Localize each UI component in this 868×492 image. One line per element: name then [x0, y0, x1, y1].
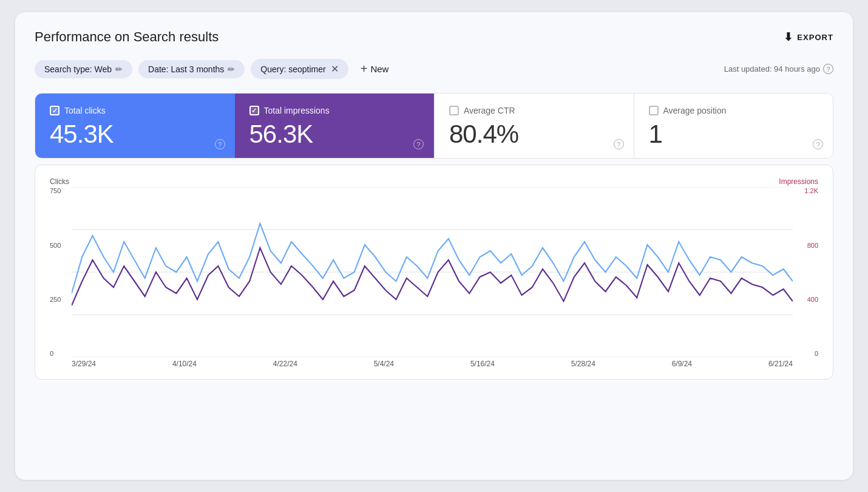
export-label: EXPORT [797, 33, 833, 42]
date-label: Date: Last 3 months [148, 64, 224, 74]
plus-icon: + [361, 62, 368, 76]
export-button[interactable]: ⬇ EXPORT [784, 30, 833, 44]
y-tick-left-500: 500 [50, 242, 68, 249]
metric-total-impressions[interactable]: Total impressions 56.3K ? [235, 94, 435, 158]
metric-checkbox-clicks[interactable] [50, 106, 59, 115]
metric-average-position[interactable]: Average position 1 ? [634, 94, 833, 158]
metric-average-ctr[interactable]: Average CTR 80.4% ? [434, 94, 634, 158]
y-tick-right-400: 400 [796, 296, 818, 303]
last-updated-help-icon[interactable]: ? [823, 64, 833, 74]
metric-label-position: Average position [663, 106, 727, 115]
metric-value-ctr: 80.4% [449, 120, 619, 148]
y-tick-left-0: 0 [50, 350, 68, 357]
x-label-4: 5/4/24 [374, 360, 394, 368]
metric-checkbox-ctr[interactable] [449, 106, 459, 115]
chart-svg [72, 187, 793, 357]
metric-checkbox-impressions[interactable] [249, 106, 259, 115]
x-label-8: 6/21/24 [768, 360, 793, 368]
header-row: Performance on Search results ⬇ EXPORT [35, 29, 833, 45]
page-title: Performance on Search results [35, 29, 219, 45]
y-tick-left-750: 750 [50, 187, 68, 194]
x-label-2: 4/10/24 [172, 360, 197, 368]
metric-label-row: Average CTR [449, 106, 619, 115]
metric-value-clicks: 45.3K [50, 120, 220, 148]
impressions-line [72, 248, 793, 306]
y-tick-left-250: 250 [50, 296, 68, 303]
metric-help-position[interactable]: ? [813, 139, 823, 149]
metric-help-impressions[interactable]: ? [413, 139, 424, 149]
new-label: New [370, 64, 388, 74]
search-type-filter[interactable]: Search type: Web ✏ [35, 60, 132, 78]
x-label-1: 3/29/24 [72, 360, 96, 368]
query-filter[interactable]: Query: seoptimer ✕ [251, 59, 348, 79]
metric-help-clicks[interactable]: ? [215, 139, 225, 149]
search-type-label: Search type: Web [44, 64, 112, 74]
close-icon: ✕ [331, 63, 339, 75]
y-tick-right-0: 0 [796, 350, 818, 357]
metric-label-row: Total clicks [50, 106, 220, 115]
chart-container: Clicks Impressions 750 500 250 0 [35, 165, 833, 380]
chart-left-axis-label: Clicks [50, 177, 69, 186]
metric-label-impressions: Total impressions [264, 106, 330, 115]
y-tick-right-1200: 1.2K [796, 187, 818, 194]
new-filter-button[interactable]: + New [354, 58, 395, 80]
clicks-line [72, 224, 793, 293]
metric-value-position: 1 [649, 120, 819, 148]
metric-total-clicks[interactable]: Total clicks 45.3K ? [35, 94, 235, 158]
edit-icon: ✏ [228, 64, 235, 74]
chart-right-axis-label: Impressions [779, 177, 818, 186]
x-label-7: 6/9/24 [672, 360, 692, 368]
last-updated: Last updated: 94 hours ago ? [724, 64, 833, 74]
query-label: Query: seoptimer [260, 64, 325, 74]
main-card: Performance on Search results ⬇ EXPORT S… [15, 12, 853, 480]
filters-row: Search type: Web ✏ Date: Last 3 months ✏… [35, 58, 833, 80]
edit-icon: ✏ [115, 64, 123, 74]
x-label-3: 4/22/24 [273, 360, 297, 368]
x-label-6: 5/28/24 [571, 360, 595, 368]
date-filter[interactable]: Date: Last 3 months ✏ [138, 60, 245, 78]
metric-help-ctr[interactable]: ? [614, 139, 624, 149]
download-icon: ⬇ [784, 30, 793, 44]
metric-label-row: Average position [649, 106, 819, 115]
last-updated-text: Last updated: 94 hours ago [724, 64, 820, 73]
metric-checkbox-position[interactable] [649, 106, 659, 115]
metric-label-clicks: Total clicks [64, 106, 106, 115]
metric-label-row: Total impressions [249, 106, 419, 115]
x-label-5: 5/16/24 [470, 360, 495, 368]
y-tick-right-800: 800 [796, 242, 818, 249]
metrics-row: Total clicks 45.3K ? Total impressions 5… [35, 93, 833, 159]
metric-value-impressions: 56.3K [249, 120, 419, 148]
metric-label-ctr: Average CTR [464, 106, 515, 115]
